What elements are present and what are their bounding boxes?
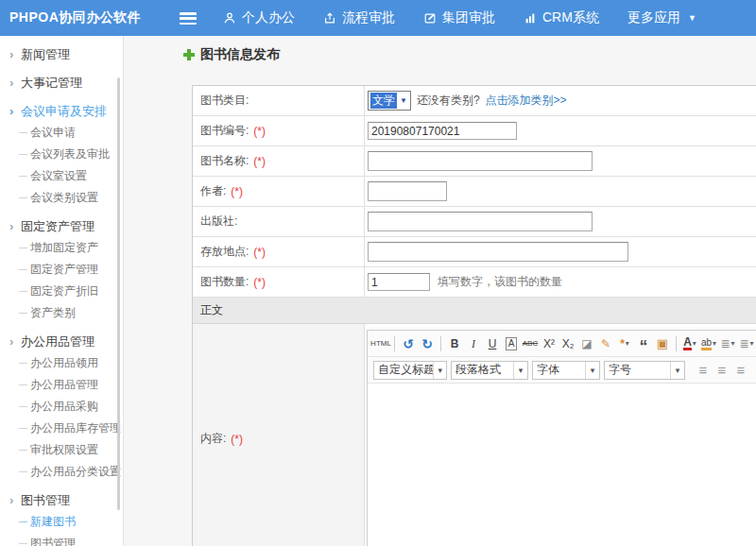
app-window: PHPOA协同办公软件 个人办公 流程审批 集团审批 CRM系统 更多应用 ▼ bbox=[0, 0, 756, 546]
unordered-list-icon[interactable]: ≣▾ bbox=[738, 334, 755, 353]
sidebar-item[interactable]: —办公用品管理 bbox=[0, 374, 123, 396]
strikethrough-icon[interactable]: ABC bbox=[522, 334, 539, 353]
font-size-select[interactable]: 字号▾ bbox=[604, 361, 685, 380]
toolbar-separator bbox=[676, 336, 677, 351]
blockquote-icon[interactable]: “ bbox=[635, 334, 652, 353]
page-title: 图书信息发布 bbox=[183, 46, 280, 63]
sidebar-item-label: 办公用品管理 bbox=[30, 374, 98, 396]
sidebar-item[interactable]: —办公用品库存管理 bbox=[0, 418, 123, 439]
sidebar-item[interactable]: —办公用品领用 bbox=[0, 352, 123, 374]
editor-body[interactable] bbox=[368, 384, 756, 546]
remove-format-icon[interactable]: A bbox=[503, 334, 520, 353]
sidebar-scrollbar[interactable] bbox=[117, 77, 120, 510]
sidebar-item[interactable]: ›固定资产管理 bbox=[0, 215, 123, 237]
font-family-select[interactable]: 字体▾ bbox=[532, 361, 600, 380]
source-code-icon[interactable]: HTML bbox=[372, 334, 389, 353]
sidebar-item-label: 会议室设置 bbox=[30, 165, 87, 187]
add-category-link[interactable]: 点击添加类别>> bbox=[486, 93, 567, 109]
dash-icon: — bbox=[19, 461, 30, 483]
dash-icon: — bbox=[19, 374, 30, 396]
category-select[interactable]: 文学 ▼ bbox=[368, 91, 411, 111]
sidebar-item[interactable]: —图书管理 bbox=[0, 533, 123, 546]
nav-more-apps[interactable]: 更多应用 ▼ bbox=[627, 9, 696, 26]
paragraph-format-select[interactable]: 段落格式▾ bbox=[451, 361, 528, 380]
sidebar-item-label: 办公用品采购 bbox=[30, 396, 98, 418]
sidebar-item[interactable]: ›图书管理 bbox=[0, 489, 123, 511]
field-label: 出版社: bbox=[193, 207, 365, 236]
sidebar-item[interactable]: ›新闻管理 bbox=[0, 43, 123, 65]
ordered-list-icon[interactable]: ≣▾ bbox=[719, 334, 736, 353]
sidebar-item[interactable]: —办公用品分类设置 bbox=[0, 461, 123, 483]
required-mark: (*) bbox=[253, 276, 266, 289]
undo-icon[interactable]: ↺ bbox=[400, 334, 417, 353]
highlight-color-icon[interactable]: ab▾ bbox=[700, 334, 717, 353]
field-label: 图书名称:(*) bbox=[193, 146, 365, 176]
add-plus-icon bbox=[183, 49, 195, 60]
sidebar-item[interactable]: ›会议申请及安排 bbox=[0, 100, 123, 122]
publisher-input[interactable] bbox=[368, 212, 593, 231]
select-arrow-icon: ▼ bbox=[400, 96, 407, 105]
field-value: 填写数字，该图书的数量 bbox=[365, 267, 756, 297]
auto-typeset-icon[interactable]: *▾ bbox=[616, 334, 633, 353]
quantity-input[interactable] bbox=[368, 273, 430, 291]
font-color-icon[interactable]: A▾ bbox=[681, 334, 698, 353]
field-label: 图书数量:(*) bbox=[193, 267, 365, 297]
bold-icon[interactable]: B bbox=[446, 334, 463, 353]
sidebar-item-label: 会议申请及安排 bbox=[21, 100, 107, 122]
format-brush-icon[interactable]: ✎ bbox=[597, 334, 614, 353]
caret-down-icon: ▾ bbox=[731, 339, 735, 348]
sidebar-item[interactable]: —办公用品采购 bbox=[0, 396, 123, 418]
form-row-book-name: 图书名称:(*) bbox=[193, 146, 756, 177]
caret-down-icon: ▾ bbox=[585, 362, 599, 379]
sidebar-item[interactable]: —新建图书 bbox=[0, 511, 123, 533]
align-center-icon[interactable]: ≡ bbox=[713, 361, 730, 380]
align-right-icon[interactable]: ≡ bbox=[732, 361, 749, 380]
font-size-select-value: 字号 bbox=[605, 362, 635, 378]
eraser-icon[interactable]: ◪ bbox=[578, 334, 595, 353]
sidebar-item[interactable]: —固定资产折旧 bbox=[0, 281, 123, 302]
hamburger-menu-icon[interactable] bbox=[180, 12, 197, 25]
sidebar-item[interactable]: —固定资产管理 bbox=[0, 259, 123, 281]
nav-label: 个人办公 bbox=[242, 9, 295, 26]
sidebar-item[interactable]: —会议列表及审批 bbox=[0, 144, 123, 165]
sidebar-item[interactable]: —审批权限设置 bbox=[0, 439, 123, 461]
field-value bbox=[365, 116, 756, 145]
author-input[interactable] bbox=[368, 181, 447, 201]
align-left-icon[interactable]: ≡ bbox=[695, 361, 712, 380]
nav-flow-approval[interactable]: 流程审批 bbox=[323, 9, 395, 26]
sidebar-item[interactable]: —会议类别设置 bbox=[0, 187, 123, 209]
sidebar-item[interactable]: ›大事记管理 bbox=[0, 72, 123, 94]
section-title: 正文 bbox=[200, 302, 223, 318]
sidebar-item-label: 办公用品库存管理 bbox=[30, 418, 121, 439]
chevron-right-icon: › bbox=[9, 215, 21, 237]
nav-label: 更多应用 bbox=[627, 9, 680, 26]
sidebar-item-label: 增加固定资产 bbox=[30, 237, 98, 259]
superscript-icon[interactable]: X² bbox=[541, 334, 558, 353]
nav-personal-office[interactable]: 个人办公 bbox=[223, 9, 295, 26]
form-row-location: 存放地点:(*) bbox=[193, 237, 756, 267]
underline-icon[interactable]: U bbox=[484, 334, 501, 353]
sidebar-item[interactable]: —会议室设置 bbox=[0, 165, 123, 187]
align-justify-icon[interactable]: ≡ bbox=[751, 361, 756, 380]
book-no-input[interactable] bbox=[368, 122, 517, 140]
sidebar-item-label: 会议申请 bbox=[30, 122, 76, 144]
nav-group-approval[interactable]: 集团审批 bbox=[423, 9, 495, 26]
sidebar-item[interactable]: —增加固定资产 bbox=[0, 237, 123, 259]
custom-title-select[interactable]: 自定义标题▾ bbox=[373, 361, 447, 380]
category-hint: 还没有类别? bbox=[417, 93, 480, 109]
redo-icon[interactable]: ↻ bbox=[419, 334, 436, 353]
sidebar-item[interactable]: —资产类别 bbox=[0, 302, 123, 324]
location-input[interactable] bbox=[368, 242, 628, 262]
sidebar-item[interactable]: —会议申请 bbox=[0, 122, 123, 144]
dash-icon: — bbox=[19, 187, 30, 209]
paste-text-icon[interactable]: ▣ bbox=[654, 334, 671, 353]
dash-icon: — bbox=[19, 511, 30, 533]
form-row-book-no: 图书编号:(*) bbox=[193, 116, 756, 146]
field-label: 存放地点:(*) bbox=[193, 237, 365, 266]
italic-icon[interactable]: I bbox=[465, 334, 482, 353]
required-mark: (*) bbox=[253, 125, 266, 138]
subscript-icon[interactable]: X₂ bbox=[559, 334, 576, 353]
sidebar-item[interactable]: ›办公用品管理 bbox=[0, 331, 123, 352]
nav-crm-system[interactable]: CRM系统 bbox=[524, 9, 599, 26]
book-name-input[interactable] bbox=[368, 151, 593, 171]
